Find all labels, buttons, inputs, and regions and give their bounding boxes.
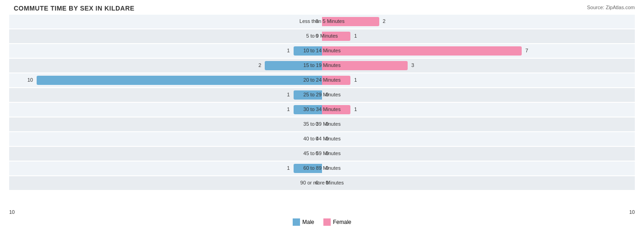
male-value: 1 [287, 106, 290, 112]
row-label: 35 to 39 Minutes [303, 121, 340, 127]
male-value: 0 [316, 136, 318, 141]
female-bar [322, 237, 408, 240]
chart-row: 35 to 39 Minutes00 [9, 117, 635, 131]
row-label: 40 to 44 Minutes [303, 136, 340, 141]
chart-row: 45 to 59 Minutes00 [9, 147, 635, 161]
male-bar [37, 76, 322, 85]
female-bar [322, 193, 379, 202]
chart-row: 25 to 29 Minutes10 [9, 88, 635, 102]
chart-row: 10 to 14 Minutes17 [9, 44, 635, 58]
male-value: 1 [287, 48, 290, 53]
female-value: 0 [326, 136, 328, 141]
female-bar [322, 76, 350, 85]
row-label: 45 to 59 Minutes [303, 151, 340, 156]
chart-row: 5 to 9 Minutes01 [9, 29, 635, 43]
female-value: 1 [354, 77, 357, 83]
male-value: 0 [316, 18, 318, 24]
row-label: 90 or more Minutes [300, 180, 344, 185]
female-value: 1 [354, 33, 357, 39]
male-bar [265, 237, 322, 240]
male-value: 0 [316, 209, 318, 215]
female-value: 0 [326, 180, 328, 185]
male-bar [294, 105, 322, 114]
female-value: 2 [383, 18, 386, 24]
male-value: 0 [316, 195, 318, 200]
chart-title: COMMUTE TIME BY SEX IN KILDARE [9, 5, 635, 12]
female-value: 7 [525, 48, 528, 53]
male-bar [294, 223, 322, 232]
female-value: 0 [326, 165, 328, 171]
chart-row: 30 to 34 Minutes11 [9, 103, 635, 117]
female-bar [322, 32, 350, 41]
male-value: 0 [316, 180, 318, 185]
female-bar [322, 17, 379, 26]
female-value: 7 [525, 224, 528, 229]
female-value: 0 [326, 151, 328, 156]
male-bar [294, 46, 322, 56]
chart-row: 90 or more Minutes00 [9, 176, 635, 190]
chart-container: COMMUTE TIME BY SEX IN KILDARE Source: Z… [0, 0, 644, 240]
male-value: 1 [287, 165, 290, 171]
female-bar [322, 223, 522, 232]
female-bar [322, 208, 350, 217]
male-value: 0 [316, 151, 318, 156]
chart-row: 15 to 19 Minutes23 [9, 235, 635, 240]
source-text: Source: ZipAtlas.com [587, 5, 635, 10]
male-value: 10 [27, 77, 33, 83]
male-bar [294, 164, 322, 173]
female-bar [322, 61, 408, 70]
chart-row: Less than 5 Minutes02 [9, 15, 635, 28]
female-value: 2 [383, 195, 386, 200]
male-value: 1 [287, 92, 290, 97]
male-value: 2 [258, 62, 261, 68]
female-value: 1 [354, 209, 357, 215]
female-value: 0 [326, 92, 328, 97]
female-value: 1 [354, 106, 357, 112]
chart-row: Less than 5 Minutes02 [9, 191, 635, 205]
chart-row: 15 to 19 Minutes23 [9, 59, 635, 73]
male-value: 0 [316, 33, 318, 39]
male-value: 1 [287, 224, 290, 229]
female-bar [322, 105, 350, 114]
chart-row: 10 to 14 Minutes17 [9, 220, 635, 234]
chart-row: 40 to 44 Minutes00 [9, 132, 635, 146]
female-value: 3 [411, 62, 414, 68]
chart-row: 60 to 89 Minutes10 [9, 162, 635, 175]
female-value: 0 [326, 121, 328, 127]
male-bar [294, 90, 322, 100]
male-bar [265, 61, 322, 70]
chart-area: Less than 5 Minutes025 to 9 Minutes0110 … [9, 15, 635, 207]
male-value: 0 [316, 121, 318, 127]
chart-row: 5 to 9 Minutes01 [9, 206, 635, 219]
female-bar [322, 46, 522, 56]
chart-row: 20 to 24 Minutes101 [9, 73, 635, 87]
